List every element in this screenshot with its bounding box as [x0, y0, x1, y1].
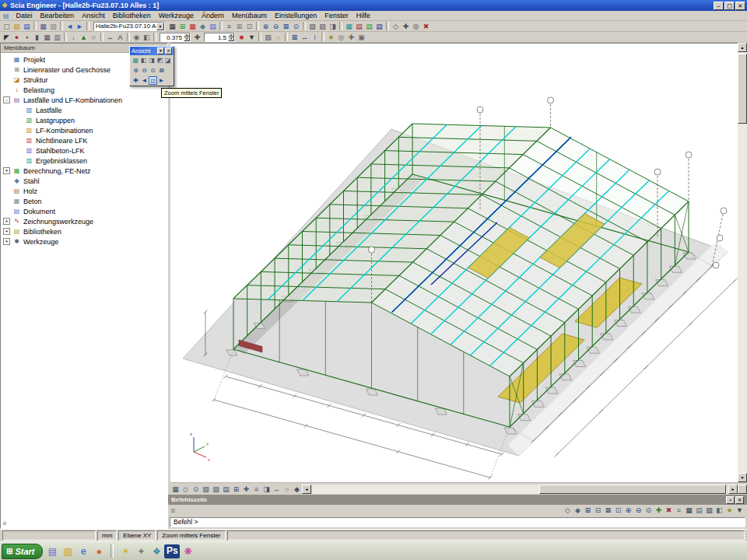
cmd-zoom-out-icon[interactable]: ⊖ — [633, 506, 644, 515]
combo-dropdown-icon[interactable]: ▼ — [156, 23, 164, 30]
scale-down-icon[interactable]: ▼ — [184, 37, 190, 41]
tree-item-ergebnisklassen[interactable]: ▥Ergebnisklassen — [1, 156, 167, 166]
print-preview-icon[interactable]: ▧ — [48, 22, 58, 31]
panel-pin-icon[interactable]: ▪ — [726, 496, 735, 504]
wireframe-icon[interactable]: ▧ — [307, 22, 317, 31]
tree-item-lf-kombinationen[interactable]: ▥LF-Kombinationen — [1, 125, 167, 135]
layers-icon[interactable]: ≡ — [224, 22, 234, 31]
tree-item-werkzeuge[interactable]: +✱Werkzeuge — [1, 236, 167, 247]
tree-item-zeichnungswerkzeuge[interactable]: +✎Zeichnungswerkzeuge — [1, 216, 167, 226]
cmd-grid-icon[interactable]: ⊞ — [583, 506, 593, 515]
menu-einstellungen[interactable]: Einstellungen — [271, 11, 321, 20]
scroll-left-icon[interactable]: ◄ — [302, 485, 311, 494]
zoom-window-icon[interactable]: ⊡ — [149, 76, 157, 85]
view-side-icon[interactable]: ◨ — [148, 56, 156, 65]
tree-item-nichtlineare-lfk[interactable]: ▥Nichtlineare LFK — [1, 135, 167, 145]
clip-box-icon[interactable]: ⊠ — [289, 33, 300, 42]
expand-icon[interactable]: + — [3, 238, 10, 245]
cmd-half-icon[interactable]: ◧ — [714, 506, 724, 515]
rendered-icon[interactable]: ▨ — [317, 22, 328, 31]
expand-icon[interactable]: + — [3, 167, 10, 174]
zoom-fit-icon[interactable]: ⊙ — [191, 485, 201, 494]
start-button[interactable]: ⊞ Start — [2, 544, 43, 559]
photoshop-icon[interactable]: Ps — [164, 544, 180, 558]
layers-toggle-icon[interactable]: ≡ — [251, 485, 261, 494]
scia-engineer-icon[interactable]: ❋ — [180, 544, 195, 558]
move-icon[interactable]: ✚ — [401, 22, 411, 31]
cmd-favorite-icon[interactable]: ★ — [724, 506, 735, 515]
internet-explorer-icon[interactable]: e — [75, 544, 91, 558]
command-input[interactable]: Befehl > — [170, 517, 745, 527]
cmd-zoom-in-icon[interactable]: ⊕ — [623, 506, 633, 515]
cmd-select-icon[interactable]: ◇ — [563, 506, 573, 515]
grid-toggle-icon[interactable]: ⊞ — [231, 485, 241, 494]
project-combobox[interactable]: Halle2b-Fu23.07.10 Alles ▼ — [93, 22, 165, 31]
ucs-icon[interactable]: ✚ — [346, 33, 356, 42]
support-icon[interactable]: ▲ — [79, 33, 89, 42]
command-grip-icon[interactable]: ≣ — [170, 507, 176, 514]
previous-view-icon[interactable]: ◄ — [140, 76, 149, 85]
zoom-all-icon[interactable]: ⊙ — [149, 66, 157, 75]
cmd-table-icon[interactable]: ▤ — [694, 506, 704, 515]
zoom-in-icon[interactable]: ⊕ — [261, 22, 271, 31]
color-dropdown-icon[interactable]: ▼ — [247, 33, 257, 42]
open-project-icon[interactable]: ▨ — [12, 22, 22, 31]
ansicht-close-icon[interactable]: ✕ — [165, 47, 172, 54]
cmd-list-icon[interactable]: ≡ — [674, 506, 684, 515]
minimize-button[interactable]: – — [714, 2, 724, 10]
expand-icon[interactable]: + — [3, 228, 10, 235]
load-icon[interactable]: ↓ — [68, 33, 79, 42]
expand-icon[interactable]: + — [3, 218, 10, 225]
cmd-collapse-icon[interactable]: ⊟ — [593, 506, 603, 515]
menu-menuebaum[interactable]: Menübaum — [228, 11, 271, 20]
wall-icon[interactable]: ▥ — [52, 33, 62, 42]
plate-icon[interactable]: ▦ — [42, 33, 52, 42]
scale-field[interactable]: 0.375 ▲ ▼ — [160, 33, 191, 42]
vscroll-thumb[interactable] — [738, 54, 747, 124]
collapse-icon[interactable]: - — [3, 96, 10, 103]
node-icon[interactable]: ● — [12, 33, 22, 42]
layer-filter-icon[interactable]: ◧ — [142, 33, 152, 42]
view-front-icon[interactable]: ◧ — [139, 56, 147, 65]
scale-apply-icon[interactable]: ✚ — [192, 33, 202, 42]
dimension-icon[interactable]: ↔ — [105, 33, 115, 42]
cmd-hatch-icon[interactable]: ▧ — [704, 506, 714, 515]
select-icon[interactable]: ◇ — [391, 22, 401, 31]
vscroll-track[interactable] — [738, 52, 747, 473]
light-icon[interactable]: ☼ — [273, 33, 283, 42]
app-viewer-icon[interactable]: ❖ — [149, 544, 164, 558]
document-icon[interactable]: ▤ — [208, 22, 218, 31]
active-color-swatch[interactable]: ■ — [237, 33, 247, 42]
menu-datei[interactable]: Datei — [12, 11, 37, 20]
labels-icon[interactable]: ▤ — [221, 485, 231, 494]
undo-icon[interactable]: ◄ — [65, 22, 75, 31]
target-icon[interactable]: ◎ — [336, 33, 346, 42]
scroll-up-icon[interactable]: ▲ — [738, 43, 747, 52]
close-button[interactable]: ✕ — [735, 2, 745, 10]
restore-button[interactable]: ▢ — [724, 2, 735, 10]
explorer-icon[interactable]: ▨ — [60, 544, 75, 558]
zoom-selection-icon[interactable]: ⊠ — [157, 66, 166, 75]
info-icon[interactable]: i — [310, 33, 320, 42]
befehlszeile-header[interactable]: Befehlszeile ▪ ✕ — [168, 495, 747, 505]
tree-item-stahl[interactable]: ◆Stahl — [1, 176, 167, 186]
cursor-icon[interactable]: ◤ — [2, 33, 12, 42]
perspective-icon[interactable]: ◇ — [181, 485, 191, 494]
scroll-down-icon[interactable]: ▼ — [738, 473, 747, 482]
panel-grip-icon[interactable]: ≣ — [2, 520, 10, 527]
tree-item-holz[interactable]: ▤Holz — [1, 186, 167, 196]
save-icon[interactable]: ▤ — [22, 22, 32, 31]
text-icon[interactable]: A — [115, 33, 125, 42]
visibility-icon[interactable]: ◉ — [132, 33, 142, 42]
view-axo-icon[interactable]: ▦ — [344, 22, 354, 31]
hscroll-thumb[interactable] — [539, 485, 726, 494]
measure-icon[interactable]: ↔ — [300, 33, 310, 42]
factor-field[interactable]: 1.5 ▲ ▼ — [204, 33, 235, 42]
view-xy-icon[interactable]: ▤ — [354, 22, 364, 31]
results-icon[interactable]: ▩ — [188, 22, 198, 31]
status-units[interactable]: mm — [97, 530, 117, 541]
menu-ansicht[interactable]: Ansicht — [78, 11, 109, 20]
render-toggle-icon[interactable]: ◨ — [261, 485, 272, 494]
pan-icon[interactable]: ✚ — [132, 76, 140, 85]
hscroll-track[interactable] — [312, 485, 728, 494]
